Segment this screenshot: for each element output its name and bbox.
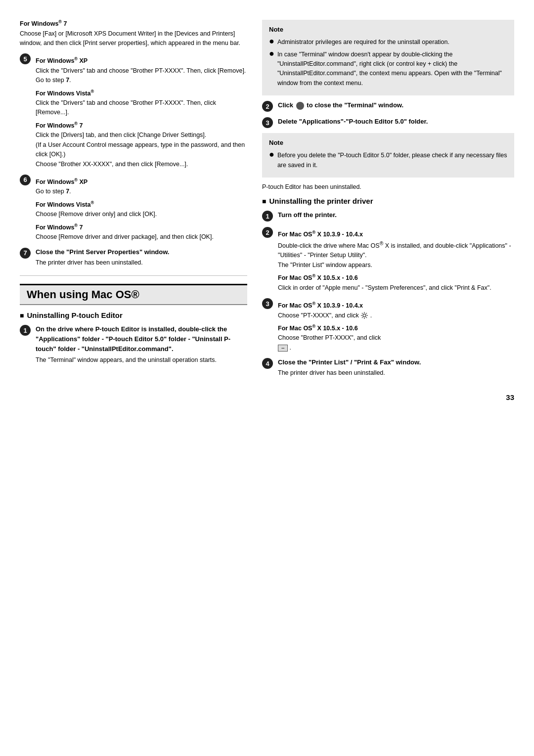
note-1-item-2: ● In case "Terminal" window doesn't appe… xyxy=(269,50,507,89)
printer-step3-mac105-body: Choose "Brother PT-XXXX", and click − . xyxy=(278,333,514,353)
step-7-number: 7 xyxy=(20,248,31,259)
mac-step-1-number: 1 xyxy=(20,325,31,336)
printer-step3-mac1039-body: Choose "PT-XXXX", and click . xyxy=(278,311,514,320)
printer-step3-mac105-label: For Mac OS® X 10.5.x - 10.6 xyxy=(278,323,514,334)
printer-step-2-block: 2 For Mac OS® X 10.3.9 - 10.4.x Double-c… xyxy=(262,226,514,293)
mac-step-1-block: 1 On the drive where P-touch Editor is i… xyxy=(20,324,247,365)
svg-point-0 xyxy=(363,314,366,317)
step6-xp-body: Go to step 7. xyxy=(36,187,247,196)
step6-xp-label: For Windows® XP xyxy=(36,177,247,187)
win7-intro-label: For Windows® 7 xyxy=(20,19,247,29)
printer-driver-heading: Uninstalling the printer driver xyxy=(262,197,514,205)
printer-step-1-number: 1 xyxy=(262,211,273,222)
printer-step-2-content: For Mac OS® X 10.3.9 - 10.4.x Double-cli… xyxy=(278,226,514,293)
uninstalled-text: P-touch Editor has been uninstalled. xyxy=(262,182,514,192)
step7-title: Close the "Print Server Properties" wind… xyxy=(36,247,247,257)
note-bullet-3: ● xyxy=(269,150,274,170)
note-bullet-2: ● xyxy=(269,49,274,89)
mac-step2-title: Click to close the "Terminal" window. xyxy=(278,100,514,110)
step5-vista-body: Click the "Drivers" tab and choose "Brot… xyxy=(36,98,247,118)
step-6-number: 6 xyxy=(20,175,31,185)
step-5-block: 5 For Windows® XP Click the "Drivers" ta… xyxy=(20,53,247,169)
step5-vista-label: For Windows Vista® xyxy=(36,89,247,99)
minus-button: − xyxy=(278,345,288,352)
note-2-item-1: ● Before you delete the "P-touch Editor … xyxy=(269,151,507,170)
printer-step1-title: Turn off the printer. xyxy=(278,210,514,220)
step6-win7-body: Choose [Remove driver and driver package… xyxy=(36,232,247,242)
step5-xp-body: Click the "Drivers" tab and choose "Brot… xyxy=(36,66,247,86)
mac-section-heading: When using Mac OS® xyxy=(20,284,247,305)
printer-step-4-block: 4 Close the "Printer List" / "Print & Fa… xyxy=(262,357,514,378)
printer-step-4-number: 4 xyxy=(262,358,273,369)
step5-xp-label: For Windows® XP xyxy=(36,56,247,66)
note-1-box: Note ● Administrator privileges are requ… xyxy=(262,20,514,95)
uninstall-editor-heading: Uninstalling P-touch Editor xyxy=(20,311,247,319)
printer-step2-mac105-body: Click in order of "Apple menu" - "System… xyxy=(278,283,514,293)
mac-step1-body: The "Terminal" window appears, and the u… xyxy=(36,356,247,365)
section-divider xyxy=(20,275,247,276)
step5-win7-label: For Windows® 7 xyxy=(36,121,247,131)
step5-win7-body: Click the [Drivers] tab, and then click … xyxy=(36,131,247,169)
mac-step-2-number: 2 xyxy=(262,101,273,112)
gear-icon xyxy=(360,311,368,319)
mac-step-3-content: Delete "Applications"-"P-touch Editor 5.… xyxy=(278,117,514,127)
mac-step-1-content: On the drive where P-touch Editor is ins… xyxy=(36,324,247,365)
mac-step3-title: Delete "Applications"-"P-touch Editor 5.… xyxy=(278,117,514,127)
printer-step-3-number: 3 xyxy=(262,298,273,309)
printer-step2-mac1039-label: For Mac OS® X 10.3.9 - 10.4.x xyxy=(278,229,514,240)
step-5-content: For Windows® XP Click the "Drivers" tab … xyxy=(36,53,247,169)
note-2-text-1: Before you delete the "P-touch Editor 5.… xyxy=(277,151,507,170)
mac-step1-title: On the drive where P-touch Editor is ins… xyxy=(36,324,247,354)
mac-step-3-number: 3 xyxy=(262,117,273,128)
printer-step-2-number: 2 xyxy=(262,227,273,238)
step6-vista-body: Choose [Remove driver only] and click [O… xyxy=(36,210,247,219)
printer-step-1-content: Turn off the printer. xyxy=(278,210,514,220)
left-column: For Windows® 7 Choose [Fax] or [Microsof… xyxy=(20,15,247,383)
note-1-text-1: Administrator privileges are required fo… xyxy=(277,38,449,47)
note-1-text-2: In case "Terminal" window doesn't appear… xyxy=(277,50,507,89)
printer-step2-mac1039-body: Double-click the drive where Mac OS® X i… xyxy=(278,240,514,270)
page-layout: For Windows® 7 Choose [Fax] or [Microsof… xyxy=(20,15,514,383)
printer-step-4-content: Close the "Printer List" / "Print & Fax"… xyxy=(278,357,514,378)
page-number: 33 xyxy=(20,393,514,401)
printer-step2-mac105-label: For Mac OS® X 10.5.x - 10.6 xyxy=(278,273,514,283)
mac-step-2-block: 2 Click to close the "Terminal" window. xyxy=(262,100,514,112)
step-7-block: 7 Close the "Print Server Properties" wi… xyxy=(20,247,247,268)
step7-body: The printer driver has been uninstalled. xyxy=(36,258,247,267)
printer-step4-body: The printer driver has been uninstalled. xyxy=(278,368,514,378)
note-bullet-1: ● xyxy=(269,37,274,47)
step-5-number: 5 xyxy=(20,53,31,64)
click-icon xyxy=(296,102,304,110)
mac-step-3-block: 3 Delete "Applications"-"P-touch Editor … xyxy=(262,117,514,128)
note-1-title: Note xyxy=(269,25,507,35)
step6-vista-label: For Windows Vista® xyxy=(36,200,247,210)
win7-intro-block: For Windows® 7 Choose [Fax] or [Microsof… xyxy=(20,19,247,48)
note-2-box: Note ● Before you delete the "P-touch Ed… xyxy=(262,133,514,178)
right-column: Note ● Administrator privileges are requ… xyxy=(262,15,514,383)
step6-win7-label: For Windows® 7 xyxy=(36,222,247,233)
printer-step-3-content: For Mac OS® X 10.3.9 - 10.4.x Choose "PT… xyxy=(278,298,514,353)
win7-intro-body: Choose [Fax] or [Microsoft XPS Document … xyxy=(20,29,247,48)
note-1-item-1: ● Administrator privileges are required … xyxy=(269,38,507,47)
printer-step3-mac1039-label: For Mac OS® X 10.3.9 - 10.4.x xyxy=(278,301,514,311)
printer-step-1-block: 1 Turn off the printer. xyxy=(262,210,514,222)
printer-step4-title: Close the "Printer List" / "Print & Fax"… xyxy=(278,357,514,367)
step-7-content: Close the "Print Server Properties" wind… xyxy=(36,247,247,268)
printer-step-3-block: 3 For Mac OS® X 10.3.9 - 10.4.x Choose "… xyxy=(262,298,514,353)
note-2-title: Note xyxy=(269,138,507,148)
step-6-block: 6 For Windows® XP Go to step 7. For Wind… xyxy=(20,174,247,242)
mac-step-2-content: Click to close the "Terminal" window. xyxy=(278,100,514,110)
step-6-content: For Windows® XP Go to step 7. For Window… xyxy=(36,174,247,242)
